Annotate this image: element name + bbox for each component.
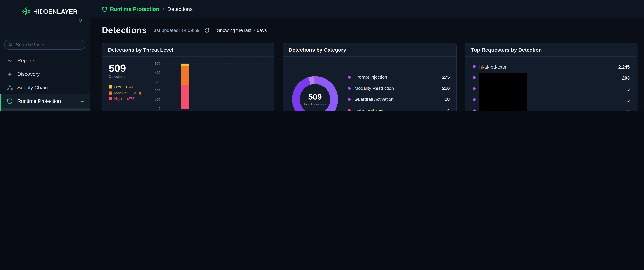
card-detections-by-threat-level: Detections by Threat Level 509 Detection…: [102, 43, 274, 112]
pin-icon: [78, 18, 83, 24]
card-detections-by-category: Detections by Category 509 Total Detecti…: [282, 43, 457, 112]
legend-item-high: High (275): [109, 97, 146, 101]
legend-item: Prompt Injection275: [348, 72, 450, 83]
refresh-button[interactable]: [204, 28, 210, 33]
legend-item: Data Leakage4: [348, 105, 450, 112]
expand-plus-icon[interactable]: +: [80, 84, 84, 91]
requester-dot: [473, 110, 476, 112]
legend-dot: [348, 98, 351, 101]
shield-icon: [6, 98, 13, 104]
requester-count: 2: [627, 109, 630, 112]
total-detections-label: Detections: [109, 75, 146, 79]
page-header: Detections Last updated: 14:59:59 Showin…: [102, 25, 267, 35]
category-legend: Prompt Injection275 Modality Restriction…: [348, 72, 452, 112]
pin-sidebar-button[interactable]: [78, 18, 83, 24]
search-icon: [8, 42, 12, 47]
sidebar-search-input[interactable]: [15, 42, 81, 48]
brand-logo: HIDDENLAYER: [0, 0, 90, 15]
category-donut-chart: 509 Total Detections: [292, 76, 338, 112]
requester-row: hl-ai-red-team2,245: [473, 61, 630, 72]
requester-dot: [473, 87, 476, 90]
sidebar: HIDDENLAYER Reports: [0, 0, 90, 112]
sidebar-nav: Reports Discovery Supply Chain + Run: [0, 54, 90, 112]
requester-count: 3: [627, 97, 630, 102]
sidebar-item-label: Runtime Protection: [17, 98, 61, 104]
active-section-accent: [0, 94, 1, 112]
sidebar-item-runtime-protection[interactable]: Runtime Protection −: [0, 94, 90, 108]
requester-count: 2,245: [618, 64, 630, 69]
hiddenlayer-logo-icon: [22, 7, 30, 15]
requester-dot: [473, 99, 476, 101]
requester-dot: [473, 76, 476, 79]
legend-swatch: [109, 91, 112, 94]
card-title: Detections by Category: [283, 43, 456, 57]
legend-item: Guardrail Activation18: [348, 94, 450, 105]
requester-dot: [473, 65, 476, 68]
legend-dot: [348, 87, 351, 90]
breadcrumb-separator: /: [162, 6, 164, 12]
sidebar-item-label: Discovery: [17, 71, 40, 77]
requester-name: hl-ai-red-team: [479, 64, 508, 69]
legend-swatch: [109, 97, 112, 100]
collapse-minus-icon[interactable]: −: [80, 98, 84, 104]
donut-total-label: Total Detections: [303, 103, 327, 106]
legend-swatch: [109, 85, 112, 89]
shield-icon: [102, 6, 107, 12]
sidebar-search[interactable]: [4, 40, 86, 50]
sidebar-item-discovery[interactable]: Discovery: [0, 67, 90, 81]
last-updated-label: Last updated: 14:59:59: [151, 28, 200, 33]
chart-bars: [162, 60, 269, 109]
donut-total: 509: [308, 92, 322, 102]
sidebar-item-label: Reports: [17, 58, 35, 63]
chart-plot-area: 0100200300400500: [162, 60, 269, 109]
legend-item-medium: Medium (210): [109, 91, 146, 95]
discovery-icon: [6, 71, 13, 77]
app-window: HIDDENLAYER Reports: [0, 0, 644, 112]
requester-count: 203: [622, 75, 630, 80]
breadcrumb-page: Detections: [168, 6, 193, 12]
date-range-label: Showing the last 7 days: [217, 28, 267, 33]
redaction-overlay: [479, 73, 527, 112]
total-detections-count: 509: [109, 63, 146, 73]
card-top-requesters: Top Requesters by Detection hl-ai-red-te…: [465, 43, 638, 112]
sidebar-item-reports[interactable]: Reports: [0, 54, 90, 67]
page-title: Detections: [102, 25, 147, 35]
legend-item: Modality Restriction210: [348, 83, 450, 94]
legend-item-low: Low (24): [109, 85, 146, 89]
sidebar-item-detections[interactable]: Detections: [0, 108, 90, 112]
brand-name: HIDDENLAYER: [33, 8, 78, 15]
sidebar-item-label: Supply Chain: [17, 85, 48, 90]
donut-center: 509 Total Detections: [292, 76, 338, 112]
card-title: Top Requesters by Detection: [465, 43, 637, 57]
refresh-icon: [204, 28, 210, 33]
requester-count: 3: [627, 86, 630, 91]
legend-dot: [348, 109, 351, 112]
sidebar-item-supply-chain[interactable]: Supply Chain +: [0, 81, 90, 94]
threat-level-bar-chart: 0100200300400500 11/1311/1411/1511/1611/…: [162, 60, 269, 112]
breadcrumb-bar: Runtime Protection / Detections: [90, 0, 644, 18]
card-title: Detections by Threat Level: [102, 43, 274, 57]
reports-icon: [6, 57, 13, 64]
breadcrumb-section[interactable]: Runtime Protection: [102, 6, 159, 12]
supply-chain-icon: [6, 84, 13, 91]
threat-legend: Low (24) Medium (210) High (275): [109, 85, 146, 101]
legend-dot: [348, 76, 351, 79]
